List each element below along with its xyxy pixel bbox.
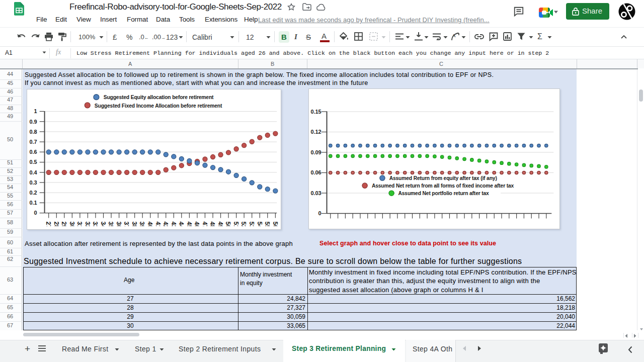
svg-text:0.03: 0.03 xyxy=(310,190,321,196)
svg-text:0.3: 0.3 xyxy=(29,179,37,186)
svg-text:0.12: 0.12 xyxy=(310,129,321,135)
svg-text:Assumed Net portfolio return a: Assumed Net portfolio return after tax xyxy=(398,191,490,196)
svg-text:0.6: 0.6 xyxy=(29,149,37,155)
svg-text:0.2: 0.2 xyxy=(29,190,37,196)
svg-text:0.09: 0.09 xyxy=(310,149,321,155)
svg-text:Suggested Equity allocation be: Suggested Equity allocation before retir… xyxy=(104,95,214,100)
svg-text:0.1: 0.1 xyxy=(29,200,37,206)
svg-text:Assumed Return from equity aft: Assumed Return from equity after tax (if… xyxy=(389,175,497,181)
svg-text:0.4: 0.4 xyxy=(29,169,37,175)
svg-text:1: 1 xyxy=(34,108,37,114)
svg-text:0.06: 0.06 xyxy=(310,169,321,175)
svg-text:Assumed Net return from all fo: Assumed Net return from all forms of fix… xyxy=(372,183,514,189)
svg-text:0: 0 xyxy=(34,210,37,216)
svg-text:Suggested Fixed Income Allocat: Suggested Fixed Income Allocation before… xyxy=(95,103,222,109)
svg-text:A: A xyxy=(452,33,456,38)
svg-text:0: 0 xyxy=(318,210,321,216)
svg-text:0.9: 0.9 xyxy=(29,119,37,125)
svg-text:0.8: 0.8 xyxy=(29,129,37,135)
svg-text:0.15: 0.15 xyxy=(310,109,321,115)
svg-text:0.5: 0.5 xyxy=(29,159,37,165)
svg-text:0.7: 0.7 xyxy=(29,139,37,145)
